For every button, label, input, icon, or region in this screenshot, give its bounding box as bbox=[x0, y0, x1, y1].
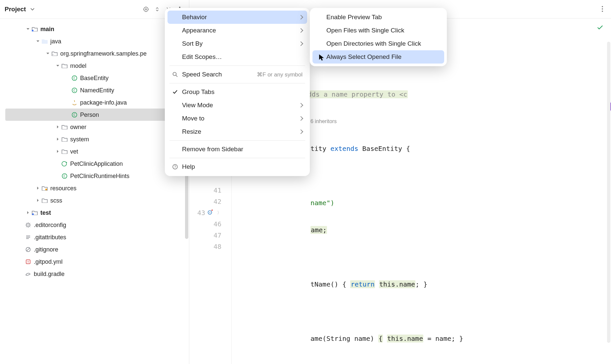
tree-label: owner bbox=[70, 124, 86, 130]
menu-item-label: Sort By bbox=[182, 40, 203, 47]
tree-node-editorconfig[interactable]: .editorconfig bbox=[0, 219, 189, 231]
menu-item-move-to[interactable]: Move to bbox=[167, 112, 307, 125]
menu-item-behavior[interactable]: Behavior bbox=[167, 11, 307, 24]
svg-point-1 bbox=[145, 9, 147, 10]
chevron-right-icon[interactable] bbox=[34, 199, 41, 202]
svg-text:?: ? bbox=[174, 165, 176, 169]
svg-line-37 bbox=[176, 75, 178, 77]
svg-point-36 bbox=[173, 72, 176, 76]
chevron-down-icon[interactable] bbox=[54, 64, 61, 68]
tree-node-app[interactable]: PetClinicApplication bbox=[0, 158, 189, 170]
menu-item-remove-from-sidebar[interactable]: Remove from Sidebar bbox=[167, 143, 307, 156]
svg-point-33 bbox=[602, 11, 603, 12]
svg-rect-9 bbox=[32, 30, 33, 31]
tree-label: build.gradle bbox=[34, 271, 65, 277]
chevron-down-icon[interactable] bbox=[44, 52, 51, 55]
menu-item-label: Remove from Sidebar bbox=[182, 146, 243, 153]
tree-node-namedentity[interactable]: C NamedEntity bbox=[0, 84, 189, 96]
tree-node-scss[interactable]: scss bbox=[0, 194, 189, 206]
tree-node-gitattributes[interactable]: .gitattributes bbox=[0, 231, 189, 243]
code-text: BaseEntity { bbox=[362, 145, 410, 153]
tree-node-gitpod[interactable]: Y .gitpod.yml bbox=[0, 255, 189, 268]
line-number: 43 bbox=[197, 209, 205, 217]
chevron-down-icon[interactable] bbox=[34, 39, 41, 43]
chevron-right-icon[interactable] bbox=[54, 137, 61, 141]
submenu-item-always-select-opened-file[interactable]: Always Select Opened File bbox=[312, 50, 444, 64]
code-keyword: return bbox=[350, 280, 375, 288]
project-tree[interactable]: main java org.springframework.samples.pe bbox=[0, 19, 189, 280]
chevron-down-icon[interactable] bbox=[28, 5, 37, 14]
menu-item-edit-scopes[interactable]: Edit Scopes… bbox=[167, 50, 307, 64]
svg-point-0 bbox=[144, 7, 148, 11]
tree-node-package[interactable]: org.springframework.samples.pe bbox=[0, 47, 189, 60]
tree-node-gradle[interactable]: build.gradle bbox=[0, 268, 189, 280]
text-file-icon bbox=[24, 234, 32, 240]
menu-item-label: Help bbox=[182, 163, 195, 170]
expand-collapse-icon[interactable] bbox=[153, 5, 162, 14]
package-icon bbox=[61, 149, 68, 154]
module-folder-icon bbox=[31, 210, 38, 215]
project-title[interactable]: Project bbox=[5, 6, 26, 13]
submenu-item-enable-preview-tab[interactable]: Enable Preview Tab bbox=[312, 11, 444, 24]
select-opened-file-icon[interactable] bbox=[141, 5, 151, 14]
tree-label: .editorconfig bbox=[34, 222, 66, 228]
svg-point-32 bbox=[602, 8, 603, 10]
svg-point-35 bbox=[210, 212, 211, 213]
project-tool-window: Project main bbox=[0, 0, 189, 364]
code-text: { bbox=[378, 335, 383, 342]
menu-item-view-mode[interactable]: View Mode bbox=[167, 99, 307, 112]
chevron-right-icon[interactable] bbox=[54, 150, 61, 153]
class-icon: C bbox=[61, 173, 68, 179]
tree-node-hints[interactable]: C PetClinicRuntimeHints bbox=[0, 170, 189, 182]
java-file-icon bbox=[71, 100, 78, 106]
tree-node-test[interactable]: test bbox=[0, 206, 189, 219]
menu-item-help[interactable]: ? Help bbox=[167, 160, 307, 173]
tree-node-owner[interactable]: owner bbox=[0, 121, 189, 133]
tree-label: org.springframework.samples.pe bbox=[60, 51, 147, 57]
menu-item-label: Enable Preview Tab bbox=[326, 14, 382, 21]
tree-node-model[interactable]: model bbox=[0, 60, 189, 72]
tree-node-vet[interactable]: vet bbox=[0, 145, 189, 158]
tree-label: system bbox=[70, 136, 89, 142]
class-icon: C bbox=[71, 112, 78, 118]
tree-label: resources bbox=[50, 185, 76, 191]
tree-node-main[interactable]: main bbox=[0, 23, 189, 35]
menu-item-speed-search[interactable]: Speed Search ⌘F or any symbol bbox=[167, 68, 307, 81]
submenu-item-open-directories-single-click[interactable]: Open Directories with Single Click bbox=[312, 37, 444, 50]
class-icon: C bbox=[71, 75, 78, 81]
editor-options-icon[interactable] bbox=[599, 5, 606, 14]
chevron-right-icon[interactable] bbox=[24, 211, 31, 214]
override-gutter-icon[interactable] bbox=[207, 209, 213, 217]
tree-node-system[interactable]: system bbox=[0, 133, 189, 145]
code-text: this.name; } bbox=[379, 280, 428, 288]
code-text: this.name = name; } bbox=[387, 335, 463, 342]
svg-text:Y: Y bbox=[27, 260, 29, 263]
menu-item-sort-by[interactable]: Sort By bbox=[167, 37, 307, 50]
submenu-item-open-files-single-click[interactable]: Open Files with Single Click bbox=[312, 24, 444, 37]
chevron-right-icon[interactable] bbox=[34, 186, 41, 190]
code-keyword: extends bbox=[330, 145, 358, 153]
menu-item-appearance[interactable]: Appearance bbox=[167, 24, 307, 37]
tree-node-java[interactable]: java bbox=[0, 35, 189, 47]
yaml-file-icon: Y bbox=[24, 259, 32, 265]
resources-folder-icon bbox=[41, 186, 48, 191]
menu-item-group-tabs[interactable]: Group Tabs bbox=[167, 85, 307, 99]
spring-run-class-icon bbox=[61, 160, 68, 167]
line-number: 41 bbox=[213, 186, 221, 194]
tree-node-baseentity[interactable]: C BaseEntity bbox=[0, 72, 189, 84]
chevron-down-icon[interactable] bbox=[24, 27, 31, 31]
tree-node-package-info[interactable]: package-info.java bbox=[0, 96, 189, 109]
tree-node-person[interactable]: C Person bbox=[5, 109, 186, 121]
tree-label: main bbox=[40, 26, 54, 32]
svg-point-23 bbox=[28, 224, 29, 225]
tree-label: scss bbox=[50, 198, 62, 204]
tree-node-gitignore[interactable]: .gitignore bbox=[0, 243, 189, 255]
checkmark-icon bbox=[171, 89, 179, 95]
line-number: 46 bbox=[213, 220, 221, 228]
inheritors-hint[interactable]: 6 inheritors bbox=[310, 118, 337, 124]
chevron-right-icon[interactable] bbox=[54, 125, 61, 129]
menu-item-resize[interactable]: Resize bbox=[167, 125, 307, 138]
breadcrumb-chevron-icon[interactable]: 〉 bbox=[217, 210, 221, 216]
tree-node-resources[interactable]: resources bbox=[0, 182, 189, 194]
tree-label: package-info.java bbox=[80, 100, 127, 106]
